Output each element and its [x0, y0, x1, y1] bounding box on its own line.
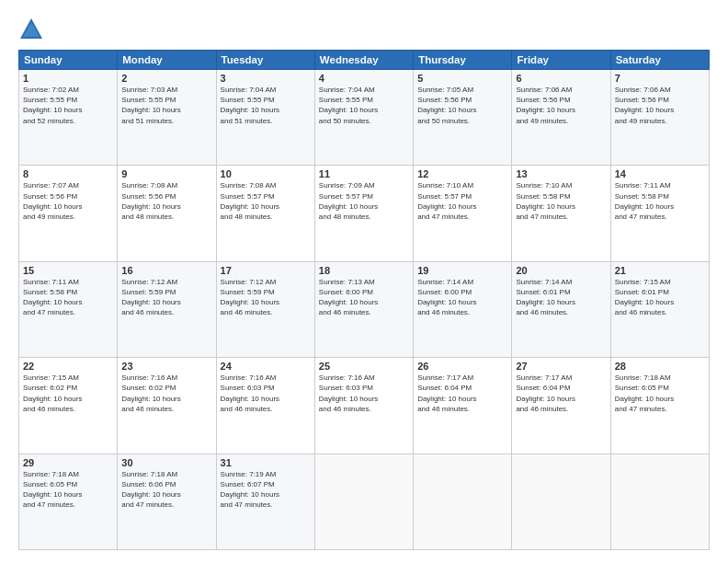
logo	[18, 17, 48, 42]
column-header-saturday: Saturday	[610, 51, 709, 70]
calendar-cell: 20Sunrise: 7:14 AM Sunset: 6:01 PM Dayli…	[512, 261, 610, 357]
day-info: Sunrise: 7:05 AM Sunset: 5:56 PM Dayligh…	[417, 85, 507, 126]
day-info: Sunrise: 7:10 AM Sunset: 5:58 PM Dayligh…	[516, 180, 606, 222]
day-info: Sunrise: 7:15 AM Sunset: 6:02 PM Dayligh…	[23, 373, 113, 414]
day-info: Sunrise: 7:08 AM Sunset: 5:57 PM Dayligh…	[221, 180, 311, 222]
day-number: 7	[615, 73, 705, 84]
day-info: Sunrise: 7:18 AM Sunset: 6:05 PM Dayligh…	[615, 373, 705, 414]
day-number: 20	[516, 265, 606, 276]
day-info: Sunrise: 7:18 AM Sunset: 6:05 PM Dayligh…	[23, 469, 113, 511]
column-header-thursday: Thursday	[414, 51, 512, 70]
day-number: 14	[615, 168, 705, 179]
day-number: 28	[615, 361, 705, 372]
day-info: Sunrise: 7:14 AM Sunset: 6:00 PM Dayligh…	[417, 277, 507, 318]
calendar-cell: 27Sunrise: 7:17 AM Sunset: 6:04 PM Dayli…	[512, 358, 610, 454]
day-number: 3	[221, 73, 311, 84]
day-info: Sunrise: 7:02 AM Sunset: 5:55 PM Dayligh…	[23, 85, 113, 126]
day-number: 19	[417, 265, 507, 276]
day-number: 29	[23, 457, 113, 468]
day-number: 17	[221, 265, 311, 276]
calendar-cell: 9Sunrise: 7:08 AM Sunset: 5:56 PM Daylig…	[118, 166, 216, 261]
calendar-cell: 10Sunrise: 7:08 AM Sunset: 5:57 PM Dayli…	[216, 166, 314, 261]
day-info: Sunrise: 7:08 AM Sunset: 5:56 PM Dayligh…	[121, 180, 211, 222]
day-info: Sunrise: 7:04 AM Sunset: 5:55 PM Dayligh…	[319, 85, 409, 126]
column-header-tuesday: Tuesday	[216, 51, 314, 70]
day-number: 30	[121, 457, 211, 468]
column-header-sunday: Sunday	[19, 51, 118, 70]
day-info: Sunrise: 7:06 AM Sunset: 5:56 PM Dayligh…	[516, 85, 606, 126]
calendar-cell: 30Sunrise: 7:18 AM Sunset: 6:06 PM Dayli…	[118, 454, 216, 549]
calendar-cell	[314, 454, 413, 549]
day-info: Sunrise: 7:10 AM Sunset: 5:57 PM Dayligh…	[417, 180, 507, 222]
calendar-cell: 31Sunrise: 7:19 AM Sunset: 6:07 PM Dayli…	[216, 454, 314, 549]
day-number: 16	[121, 265, 211, 276]
calendar-cell: 14Sunrise: 7:11 AM Sunset: 5:58 PM Dayli…	[610, 166, 709, 261]
calendar-cell: 17Sunrise: 7:12 AM Sunset: 5:59 PM Dayli…	[216, 261, 314, 357]
day-number: 9	[121, 168, 211, 179]
column-header-friday: Friday	[512, 51, 610, 70]
day-info: Sunrise: 7:09 AM Sunset: 5:57 PM Dayligh…	[319, 180, 409, 222]
calendar-cell: 23Sunrise: 7:16 AM Sunset: 6:02 PM Dayli…	[118, 358, 216, 454]
logo-icon	[18, 17, 44, 42]
day-number: 18	[319, 265, 409, 276]
day-info: Sunrise: 7:16 AM Sunset: 6:03 PM Dayligh…	[221, 373, 311, 414]
calendar-cell: 21Sunrise: 7:15 AM Sunset: 6:01 PM Dayli…	[610, 261, 709, 357]
calendar-cell: 19Sunrise: 7:14 AM Sunset: 6:00 PM Dayli…	[414, 261, 512, 357]
calendar-cell: 1Sunrise: 7:02 AM Sunset: 5:55 PM Daylig…	[19, 70, 118, 166]
column-header-monday: Monday	[118, 51, 216, 70]
day-info: Sunrise: 7:12 AM Sunset: 5:59 PM Dayligh…	[221, 277, 311, 318]
day-number: 13	[516, 168, 606, 179]
day-info: Sunrise: 7:16 AM Sunset: 6:02 PM Dayligh…	[121, 373, 211, 414]
day-number: 31	[221, 457, 311, 468]
day-info: Sunrise: 7:04 AM Sunset: 5:55 PM Dayligh…	[221, 85, 311, 126]
day-number: 23	[121, 361, 211, 372]
day-info: Sunrise: 7:14 AM Sunset: 6:01 PM Dayligh…	[516, 277, 606, 318]
day-number: 21	[615, 265, 705, 276]
day-number: 4	[319, 73, 409, 84]
day-info: Sunrise: 7:06 AM Sunset: 5:56 PM Dayligh…	[615, 85, 705, 126]
day-number: 22	[23, 361, 113, 372]
calendar-cell: 11Sunrise: 7:09 AM Sunset: 5:57 PM Dayli…	[314, 166, 413, 261]
calendar-cell: 18Sunrise: 7:13 AM Sunset: 6:00 PM Dayli…	[314, 261, 413, 357]
calendar-table: SundayMondayTuesdayWednesdayThursdayFrid…	[18, 50, 710, 550]
day-info: Sunrise: 7:07 AM Sunset: 5:56 PM Dayligh…	[23, 180, 113, 222]
day-info: Sunrise: 7:12 AM Sunset: 5:59 PM Dayligh…	[121, 277, 211, 318]
calendar-cell: 28Sunrise: 7:18 AM Sunset: 6:05 PM Dayli…	[610, 358, 709, 454]
day-number: 27	[516, 361, 606, 372]
calendar-cell: 26Sunrise: 7:17 AM Sunset: 6:04 PM Dayli…	[414, 358, 512, 454]
day-info: Sunrise: 7:11 AM Sunset: 5:58 PM Dayligh…	[615, 180, 705, 222]
day-number: 1	[23, 73, 113, 84]
calendar-cell: 15Sunrise: 7:11 AM Sunset: 5:58 PM Dayli…	[19, 261, 118, 357]
day-info: Sunrise: 7:18 AM Sunset: 6:06 PM Dayligh…	[121, 469, 211, 511]
day-info: Sunrise: 7:03 AM Sunset: 5:55 PM Dayligh…	[121, 85, 211, 126]
day-info: Sunrise: 7:13 AM Sunset: 6:00 PM Dayligh…	[319, 277, 409, 318]
day-number: 2	[121, 73, 211, 84]
day-info: Sunrise: 7:16 AM Sunset: 6:03 PM Dayligh…	[319, 373, 409, 414]
day-number: 11	[319, 168, 409, 179]
day-number: 6	[516, 73, 606, 84]
calendar-cell: 12Sunrise: 7:10 AM Sunset: 5:57 PM Dayli…	[414, 166, 512, 261]
day-number: 8	[23, 168, 113, 179]
calendar-cell: 6Sunrise: 7:06 AM Sunset: 5:56 PM Daylig…	[512, 70, 610, 166]
calendar-cell: 4Sunrise: 7:04 AM Sunset: 5:55 PM Daylig…	[314, 70, 413, 166]
calendar-cell: 8Sunrise: 7:07 AM Sunset: 5:56 PM Daylig…	[19, 166, 118, 261]
calendar-cell	[512, 454, 610, 549]
day-number: 5	[417, 73, 507, 84]
calendar-cell: 25Sunrise: 7:16 AM Sunset: 6:03 PM Dayli…	[314, 358, 413, 454]
day-info: Sunrise: 7:11 AM Sunset: 5:58 PM Dayligh…	[23, 277, 113, 318]
day-info: Sunrise: 7:15 AM Sunset: 6:01 PM Dayligh…	[615, 277, 705, 318]
calendar-cell: 5Sunrise: 7:05 AM Sunset: 5:56 PM Daylig…	[414, 70, 512, 166]
calendar-cell: 3Sunrise: 7:04 AM Sunset: 5:55 PM Daylig…	[216, 70, 314, 166]
day-info: Sunrise: 7:17 AM Sunset: 6:04 PM Dayligh…	[417, 373, 507, 414]
calendar-cell: 7Sunrise: 7:06 AM Sunset: 5:56 PM Daylig…	[610, 70, 709, 166]
calendar-cell: 22Sunrise: 7:15 AM Sunset: 6:02 PM Dayli…	[19, 358, 118, 454]
calendar-cell: 29Sunrise: 7:18 AM Sunset: 6:05 PM Dayli…	[19, 454, 118, 549]
day-info: Sunrise: 7:17 AM Sunset: 6:04 PM Dayligh…	[516, 373, 606, 414]
day-number: 12	[417, 168, 507, 179]
calendar-cell	[414, 454, 512, 549]
day-number: 26	[417, 361, 507, 372]
day-number: 24	[221, 361, 311, 372]
page-header	[18, 17, 710, 42]
day-info: Sunrise: 7:19 AM Sunset: 6:07 PM Dayligh…	[221, 469, 311, 511]
day-number: 25	[319, 361, 409, 372]
